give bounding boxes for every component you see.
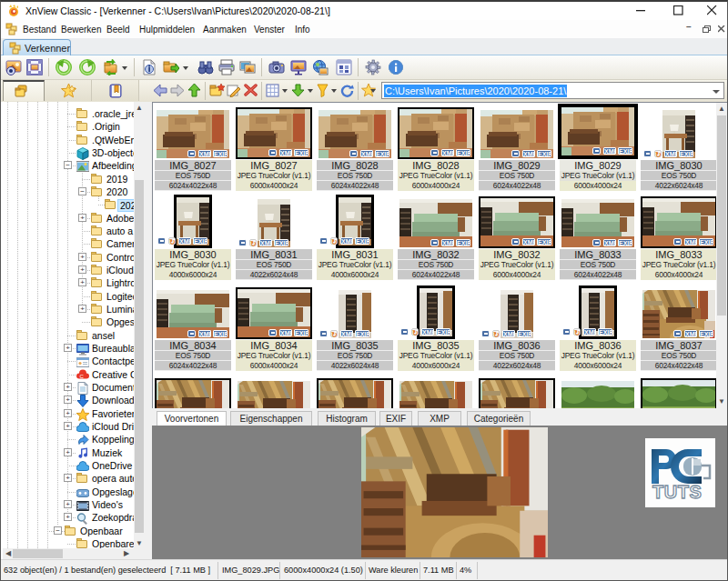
svg-text:C: C xyxy=(80,374,85,379)
svg-text:TUTS: TUTS xyxy=(652,482,702,502)
